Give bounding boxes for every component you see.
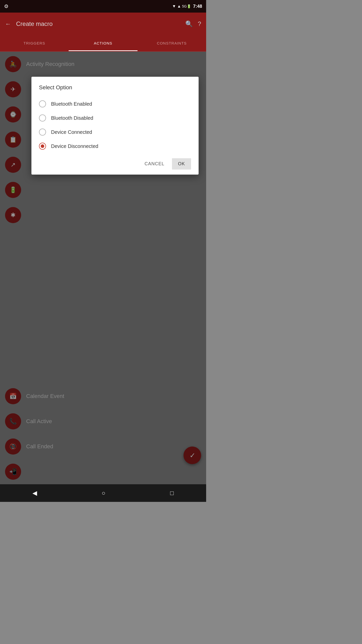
help-icon[interactable]: ?	[198, 20, 201, 27]
bluetooth-enabled-label: Bluetooth Enabled	[51, 101, 92, 107]
tab-constraints[interactable]: CONSTRAINTS	[138, 35, 206, 51]
signal-icons: ▼ ▲ 5G🔋	[172, 4, 191, 9]
page-title: Create macro	[16, 20, 53, 27]
select-option-dialog: Select Option Bluetooth Enabled Bluetoot…	[31, 77, 199, 175]
bluetooth-disabled-label: Bluetooth Disabled	[51, 115, 93, 121]
signal-icon: ▲	[177, 4, 181, 9]
dialog-buttons: CANCEL OK	[39, 158, 191, 170]
wifi-icon: ▼	[172, 4, 176, 9]
nav-recent-button[interactable]: □	[170, 490, 174, 497]
ok-button[interactable]: OK	[172, 158, 191, 170]
radio-bluetooth-enabled[interactable]	[39, 100, 46, 107]
device-connected-label: Device Connected	[51, 129, 92, 135]
search-icon[interactable]: 🔍	[185, 20, 193, 27]
option-device-disconnected[interactable]: Device Disconnected	[39, 139, 191, 153]
tab-actions[interactable]: ACTIONS	[69, 35, 137, 51]
main-content: 🚴 Activity Recognition ✈ ⌚ 📋 ↗ 🔋 ✱	[0, 52, 206, 484]
radio-device-disconnected[interactable]	[39, 143, 46, 150]
radio-selected-indicator	[41, 144, 44, 148]
option-device-connected[interactable]: Device Connected	[39, 125, 191, 139]
tabs-bar: TRIGGERS ACTIONS CONSTRAINTS	[0, 35, 206, 52]
option-bluetooth-disabled[interactable]: Bluetooth Disabled	[39, 111, 191, 125]
dialog-title: Select Option	[39, 84, 191, 91]
radio-device-connected[interactable]	[39, 129, 46, 136]
nav-back-button[interactable]: ◀	[32, 490, 37, 497]
status-bar: ⚙ ▼ ▲ 5G🔋 7:48	[0, 0, 206, 13]
option-bluetooth-enabled[interactable]: Bluetooth Enabled	[39, 97, 191, 111]
gear-icon: ⚙	[4, 3, 9, 9]
cancel-button[interactable]: CANCEL	[140, 158, 169, 170]
device-disconnected-label: Device Disconnected	[51, 143, 98, 149]
nav-bar: ◀ ○ □	[0, 484, 206, 502]
battery-icon: 5G🔋	[182, 4, 191, 8]
status-bar-left: ⚙	[4, 3, 9, 9]
status-bar-right: ▼ ▲ 5G🔋 7:48	[172, 4, 202, 9]
back-button[interactable]: ←	[5, 20, 11, 27]
radio-bluetooth-disabled[interactable]	[39, 114, 46, 122]
app-bar-left: ← Create macro	[5, 20, 53, 27]
app-bar: ← Create macro 🔍 ?	[0, 13, 206, 35]
nav-home-button[interactable]: ○	[102, 490, 105, 497]
tab-triggers[interactable]: TRIGGERS	[0, 35, 69, 51]
time-display: 7:48	[193, 4, 202, 9]
app-bar-right: 🔍 ?	[185, 20, 201, 27]
